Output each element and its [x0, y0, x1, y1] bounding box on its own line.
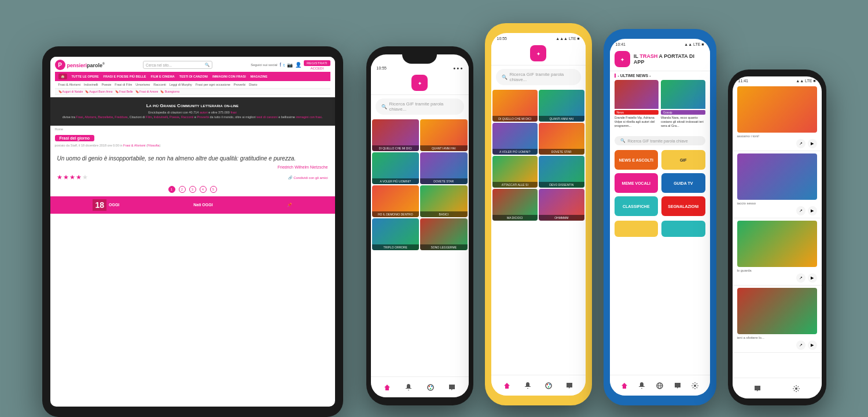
- more-btn-2[interactable]: [661, 221, 705, 237]
- gif2-cell-1[interactable]: DI QUELLO CHE MI DICI: [492, 90, 538, 122]
- nav-immagini[interactable]: IMMAGINI CON FRASI: [212, 75, 246, 78]
- share-icon-3[interactable]: ↗: [796, 273, 806, 283]
- time-2: 10:55: [497, 36, 507, 41]
- gif-cell-5[interactable]: HO IL DEMONIO DENTRO: [372, 185, 420, 217]
- news-card-1[interactable]: News Grande Fratello Vip, Adriana Volpe …: [615, 80, 659, 128]
- feed-text-3: lo guarda: [737, 269, 817, 272]
- subnav-ogni[interactable]: Frasi per ogni occasione: [196, 83, 230, 86]
- tag-natale[interactable]: 🔖 Auguri di Natale: [58, 90, 83, 93]
- bottom-oggi: OGGI: [109, 203, 119, 207]
- gif2-cell-6[interactable]: DEVO DISSENTIN: [539, 156, 584, 188]
- more-btn-1[interactable]: [615, 221, 659, 237]
- nav-film[interactable]: FILM E CINEMA: [151, 75, 175, 78]
- nav-chat-icon-2[interactable]: [565, 381, 574, 390]
- subnav-indovinelli[interactable]: Indovinelli: [84, 83, 98, 86]
- accedi-button[interactable]: ACCEDI: [304, 67, 330, 70]
- feed-card-4: ieni a sfottere lo... ↗ ▶: [733, 286, 822, 353]
- tag-amore[interactable]: 🔖 Frasi di Amore: [135, 90, 159, 93]
- gif-cell-6[interactable]: BASICI: [420, 185, 468, 217]
- news-grid: News Grande Fratello Vip, Adriana Volpe …: [615, 80, 705, 128]
- search-bar[interactable]: Cerca nel sito... 🔍: [143, 61, 212, 69]
- gif2-search[interactable]: 🔍 Ricerca GIF tramite parola chiave...: [496, 69, 581, 85]
- share-button[interactable]: 🔗 Condividi con gli amici: [288, 175, 328, 180]
- nav-magazine[interactable]: MAGAZINE: [251, 75, 267, 78]
- registrati-button[interactable]: REGISTRATI: [304, 60, 330, 66]
- bottom-left: 18 OGGI: [93, 199, 119, 211]
- tag-anno[interactable]: 🔖 Auguri Buon Anno: [85, 90, 112, 93]
- play-icon-4[interactable]: ▶: [808, 341, 817, 350]
- gif-cell-1[interactable]: DI QUELLO CHE MI DICI: [372, 119, 420, 151]
- gif-grid: DI QUELLO CHE MI DICI QUANTI ANNI HAI A …: [371, 118, 469, 251]
- play-icon-3[interactable]: ▶: [808, 273, 817, 283]
- tag-belle[interactable]: 🔖 Frasi Belle: [115, 90, 133, 93]
- trash-search[interactable]: 🔍 Ricerca GIF tramite parola chiave: [615, 136, 705, 145]
- gif-cell-3[interactable]: A VOLER PIÙ UOMINI?: [372, 152, 420, 184]
- gif2-cell-7[interactable]: MA DICIOCI: [492, 189, 538, 221]
- subnav-poesie[interactable]: Poesie: [101, 83, 111, 86]
- gif-cell-7[interactable]: TRIPLO ORRORE: [372, 218, 420, 250]
- bottom-date: 18: [93, 199, 106, 211]
- share-icon-4[interactable]: ↗: [796, 341, 806, 350]
- tag-buongiorno[interactable]: 🔖 Buongiorno: [160, 90, 179, 93]
- phone-feed-frame: 11:41 ▲▲ LTE ■ assiamo i toni! ↗ ▶ iac: [728, 70, 826, 405]
- nav-bell-icon-2[interactable]: [523, 381, 532, 390]
- gif2-cell-5[interactable]: ATTACCATI ALLE SI: [492, 156, 538, 188]
- subnav-diario[interactable]: Diario: [249, 83, 257, 86]
- share-icon-1[interactable]: ↗: [796, 139, 806, 148]
- nav-bell-icon-3[interactable]: [637, 381, 646, 390]
- play-icon-2[interactable]: ▶: [808, 206, 817, 215]
- play-icon-1[interactable]: ▶: [808, 139, 817, 148]
- nav-home-icon-2[interactable]: [502, 381, 512, 390]
- btn-classifiche[interactable]: CLASSIFICHE: [615, 196, 659, 216]
- nav-tutte[interactable]: TUTTE LE OPERE: [72, 75, 99, 78]
- subnav-film[interactable]: Frasi di Film: [115, 83, 132, 86]
- page-3[interactable]: 3: [189, 186, 196, 193]
- nav-chat-icon[interactable]: [447, 383, 457, 392]
- gif2-cell-3[interactable]: A VOLER PIÙ UOMINI?: [492, 123, 538, 155]
- page-2[interactable]: 2: [179, 186, 186, 193]
- nav-palette-icon[interactable]: [426, 383, 435, 392]
- gif-cell-8[interactable]: SONO LEGGERME: [420, 218, 468, 250]
- news-card-2[interactable]: Gossip Wanda Nara, ecco quanto costano g…: [661, 80, 705, 128]
- share-icon-2[interactable]: ↗: [796, 206, 806, 215]
- page-1[interactable]: 1: [168, 186, 175, 193]
- nav-testi[interactable]: TESTI DI CANZONI: [179, 75, 208, 78]
- subnav-proverbi[interactable]: Proverbi: [234, 83, 245, 86]
- subnav-umorismo[interactable]: Umorismo: [135, 83, 150, 86]
- nav-bell-icon[interactable]: [404, 383, 413, 392]
- status-bar-3: 10:41 ▲▲ LTE ■: [610, 41, 710, 47]
- bottom-bar: 18 OGGI Nati OGGI 📌: [50, 196, 335, 214]
- tablet-device: P pensieriparole® Cerca nel sito... 🔍 Se…: [42, 46, 343, 405]
- nav-chat-icon-4[interactable]: [753, 384, 762, 393]
- gif2-cell-2[interactable]: QUANTI ANNI HAI: [539, 90, 584, 122]
- nav-gear-icon[interactable]: [690, 381, 700, 390]
- nav-globe-icon[interactable]: [655, 381, 664, 390]
- nav-gear-icon-4[interactable]: [792, 384, 801, 393]
- nav-home-icon[interactable]: [382, 383, 392, 392]
- phone-gif-bottom-nav: [371, 376, 469, 397]
- subnav-racconti[interactable]: Racconti: [153, 83, 165, 86]
- gif-cell-2[interactable]: QUANTI ANNI HAI: [420, 119, 468, 151]
- gif-search[interactable]: 🔍 Ricerca GIF tramite parola chiave...: [376, 98, 464, 115]
- btn-segnalazioni[interactable]: SEGNALAZIONI: [661, 196, 705, 216]
- gif2-cell-8[interactable]: OHMMMM: [539, 189, 584, 221]
- gif-cell-4[interactable]: DOVETE STAR: [420, 152, 468, 184]
- btn-news[interactable]: NEWS E ASCOLTI: [615, 150, 659, 170]
- subnav-murphy[interactable]: Leggi di Murphy: [170, 83, 192, 86]
- trash-app-content: 10:41 ▲▲ LTE ■ ✦ IL TRASH A PORTATA DI A…: [610, 39, 710, 239]
- subnav-frasi[interactable]: Frasi & Aforismi: [58, 83, 81, 86]
- nav-home-icon-3[interactable]: [620, 381, 629, 390]
- gif2-cell-4[interactable]: DOVETE STAR: [539, 123, 584, 155]
- nav-palette-icon-2[interactable]: [544, 381, 553, 390]
- page-5[interactable]: 5: [210, 186, 217, 193]
- btn-meme[interactable]: MEME VOCALI: [615, 173, 659, 193]
- btn-guida[interactable]: GUIDA TV: [661, 173, 705, 193]
- nav-chat-icon-3[interactable]: [673, 381, 682, 390]
- nav-frasi[interactable]: FRASI E POESIE PIÙ BELLE: [104, 75, 146, 78]
- time-3: 10:41: [616, 42, 626, 46]
- nav-home[interactable]: 🏠: [58, 74, 67, 79]
- star-rating[interactable]: [57, 175, 88, 180]
- gif2-header: ✦: [491, 42, 586, 65]
- page-4[interactable]: 4: [200, 186, 207, 193]
- btn-gif[interactable]: GIF: [661, 150, 705, 170]
